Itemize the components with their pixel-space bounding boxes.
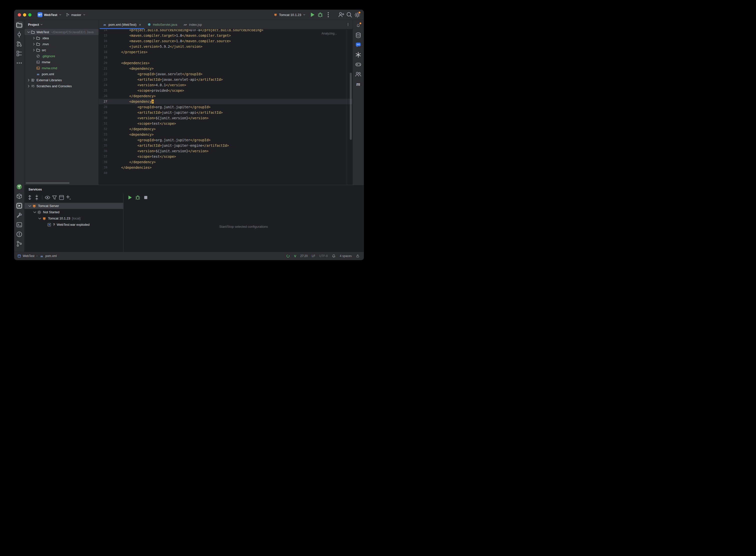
code-line-14[interactable]: 14 <project.build.sourceEncoding>UTF-8</… bbox=[99, 29, 352, 33]
git-toolwindow-button[interactable] bbox=[16, 240, 23, 247]
collapse-all-button[interactable] bbox=[34, 194, 40, 201]
project-tree-item-mvnw[interactable]: mvnw bbox=[25, 59, 99, 65]
code-line-27[interactable]: 27 <dependency> bbox=[99, 99, 352, 104]
settings-button[interactable] bbox=[354, 11, 361, 18]
code-line-19[interactable]: 19 bbox=[99, 55, 352, 60]
filter-button[interactable] bbox=[51, 194, 58, 201]
view-options-button[interactable] bbox=[44, 194, 51, 201]
code-line-33[interactable]: 33 <dependency> bbox=[99, 132, 352, 137]
code-line-22[interactable]: 22 <groupId>javax.servlet</groupId> bbox=[99, 71, 352, 77]
code-line-32[interactable]: 32 </dependency> bbox=[99, 126, 352, 132]
status-check[interactable]: V bbox=[294, 254, 296, 258]
more-actions-button[interactable] bbox=[325, 11, 332, 18]
services-toolwindow-button[interactable] bbox=[16, 202, 23, 209]
add-service-button[interactable] bbox=[65, 194, 72, 201]
code-line-30[interactable]: 30 <version>${junit.version}</version> bbox=[99, 115, 352, 121]
project-tree-item-mvn[interactable]: .mvn bbox=[25, 41, 99, 47]
project-panel-header[interactable]: Project bbox=[25, 20, 99, 29]
group-by-button[interactable] bbox=[58, 194, 65, 201]
project-tree-item-mvnw-cmd[interactable]: mvnw.cmd bbox=[25, 65, 99, 71]
editor-scrollbar[interactable] bbox=[350, 73, 352, 140]
services-tree-item-tomcat-server[interactable]: Tomcat Server bbox=[25, 203, 123, 209]
code-line-35[interactable]: 35 <artifactId>junit-jupiter-engine</art… bbox=[99, 143, 352, 148]
code-line-28[interactable]: 28 <groupId>org.junit.jupiter</groupId> bbox=[99, 104, 352, 110]
services-tree-item-webtest-war-exploded[interactable]: ?WebTest:war exploded bbox=[25, 221, 123, 228]
maven-toolwindow-button[interactable]: m bbox=[355, 80, 362, 88]
project-toolwindow-button[interactable] bbox=[16, 22, 23, 29]
code-line-37[interactable]: 37 <scope>test</scope> bbox=[99, 154, 352, 159]
more-toolwindows-button[interactable] bbox=[16, 60, 23, 67]
project-tree-item-gitignore[interactable]: .gitignore bbox=[25, 53, 99, 59]
chevron-down-icon[interactable] bbox=[37, 216, 42, 221]
commit-toolwindow-button[interactable] bbox=[16, 31, 23, 38]
services-tree-item-tomcat-10-1-23[interactable]: Tomcat 10.1.23[local] bbox=[25, 215, 123, 221]
gaming-toolwindow-button[interactable] bbox=[355, 61, 362, 68]
code-line-34[interactable]: 34 <groupId>org.junit.jupiter</groupId> bbox=[99, 137, 352, 143]
start-service-button[interactable] bbox=[127, 194, 133, 201]
line-separator-widget[interactable]: LF bbox=[312, 254, 315, 258]
editor-tab-pom-xml-webtest[interactable]: mpom.xml (WebTest)× bbox=[100, 20, 144, 29]
status-widget-icon[interactable] bbox=[286, 254, 290, 258]
code-line-15[interactable]: 15 <maven.compiler.target>1.8</maven.com… bbox=[99, 33, 352, 38]
code-line-31[interactable]: 31 <scope>test</scope> bbox=[99, 121, 352, 126]
horizontal-scrollbar[interactable] bbox=[26, 182, 69, 184]
chevron-down-icon[interactable] bbox=[27, 30, 31, 34]
project-tree-item-idea[interactable]: .idea bbox=[25, 35, 99, 41]
code-line-36[interactable]: 36 <version>${junit.version}</version> bbox=[99, 148, 352, 154]
code-with-me-button[interactable] bbox=[338, 11, 345, 18]
problems-toolwindow-button[interactable] bbox=[16, 231, 23, 238]
build-toolwindow-button[interactable] bbox=[16, 212, 23, 219]
editor-tab-index-jsp[interactable]: JSPindex.jsp bbox=[180, 20, 205, 29]
close-tab-icon[interactable]: × bbox=[139, 23, 141, 27]
caret-position-widget[interactable]: 27:20 bbox=[300, 254, 308, 258]
debug-service-button[interactable] bbox=[135, 194, 141, 201]
zoom-window-button[interactable] bbox=[28, 13, 32, 16]
run-button[interactable] bbox=[309, 11, 316, 18]
code-line-29[interactable]: 29 <artifactId>junit-jupiter-api</artifa… bbox=[99, 110, 352, 115]
chevron-right-icon[interactable] bbox=[32, 48, 36, 52]
chevron-down-icon[interactable] bbox=[33, 210, 37, 214]
code-line-20[interactable]: 20 <dependencies> bbox=[99, 60, 352, 66]
run-configuration-widget[interactable]: Tomcat 10.1.23 bbox=[272, 12, 308, 18]
chevron-down-icon[interactable] bbox=[28, 204, 32, 208]
debug-button[interactable] bbox=[317, 11, 324, 18]
code-line-23[interactable]: 23 <artifactId>javax.servlet-api</artifa… bbox=[99, 77, 352, 82]
editor-body[interactable]: 14 <project.build.sourceEncoding>UTF-8</… bbox=[99, 29, 352, 185]
terminal-toolwindow-button[interactable] bbox=[16, 221, 23, 228]
notifications-status-icon[interactable] bbox=[332, 254, 336, 258]
assistant-toolwindow-button[interactable] bbox=[355, 51, 362, 58]
project-tree-item-external-libraries[interactable]: External Libraries bbox=[25, 77, 99, 83]
tab-options-button[interactable] bbox=[346, 23, 350, 27]
services-tree-item-not-started[interactable]: Not Started bbox=[25, 209, 123, 215]
breadcrumb-root[interactable]: WebTest bbox=[23, 254, 34, 258]
notifications-button[interactable] bbox=[355, 22, 362, 29]
chevron-right-icon[interactable] bbox=[27, 84, 31, 88]
expand-all-button[interactable] bbox=[27, 194, 33, 201]
plugin-icon[interactable] bbox=[16, 183, 23, 190]
minimize-window-button[interactable] bbox=[23, 13, 26, 16]
ai-chat-toolwindow-button[interactable] bbox=[355, 41, 362, 48]
project-tree-item-scratches-and-consoles[interactable]: Scratches and Consoles bbox=[25, 83, 99, 89]
indent-widget[interactable]: 4 spaces bbox=[340, 254, 352, 258]
project-tree-item-pom-xml[interactable]: mpom.xml bbox=[25, 71, 99, 77]
chevron-right-icon[interactable] bbox=[32, 36, 36, 40]
structure-toolwindow-button[interactable] bbox=[16, 50, 23, 57]
chevron-right-icon[interactable] bbox=[27, 78, 31, 82]
code-line-16[interactable]: 16 <maven.compiler.source>1.8</maven.com… bbox=[99, 38, 352, 44]
code-line-39[interactable]: 39 </dependencies> bbox=[99, 165, 352, 170]
chevron-right-icon[interactable] bbox=[32, 42, 36, 46]
collaboration-toolwindow-button[interactable] bbox=[355, 71, 362, 78]
database-toolwindow-button[interactable] bbox=[355, 32, 362, 39]
code-line-40[interactable]: 40 bbox=[99, 170, 352, 176]
code-line-18[interactable]: 18 </properties> bbox=[99, 49, 352, 55]
stop-service-button[interactable] bbox=[142, 194, 149, 201]
project-tree-item-src[interactable]: src bbox=[25, 47, 99, 53]
editor-tab-helloservlet-java[interactable]: CHelloServlet.java bbox=[144, 20, 180, 29]
readonly-lock-icon[interactable] bbox=[356, 254, 360, 258]
close-window-button[interactable] bbox=[18, 13, 21, 16]
code-line-25[interactable]: 25 <scope>provided</scope> bbox=[99, 88, 352, 93]
search-everywhere-button[interactable] bbox=[346, 11, 353, 18]
breadcrumb-file[interactable]: pom.xml bbox=[45, 254, 57, 258]
project-tree-item-webtest[interactable]: WebTest~/Desktop/CS/JavaEE/1 Java bbox=[25, 29, 99, 35]
services-panel-header[interactable]: Services bbox=[25, 185, 364, 194]
